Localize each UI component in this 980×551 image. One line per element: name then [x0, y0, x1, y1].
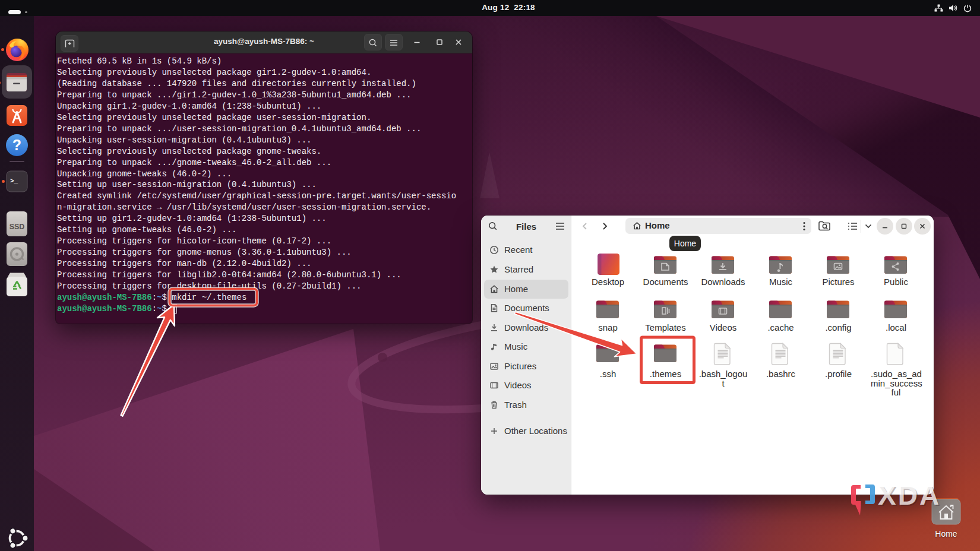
svg-text:?: ?	[12, 137, 21, 153]
svg-text:SSD: SSD	[10, 223, 25, 231]
svg-text:>_: >_	[10, 178, 18, 185]
